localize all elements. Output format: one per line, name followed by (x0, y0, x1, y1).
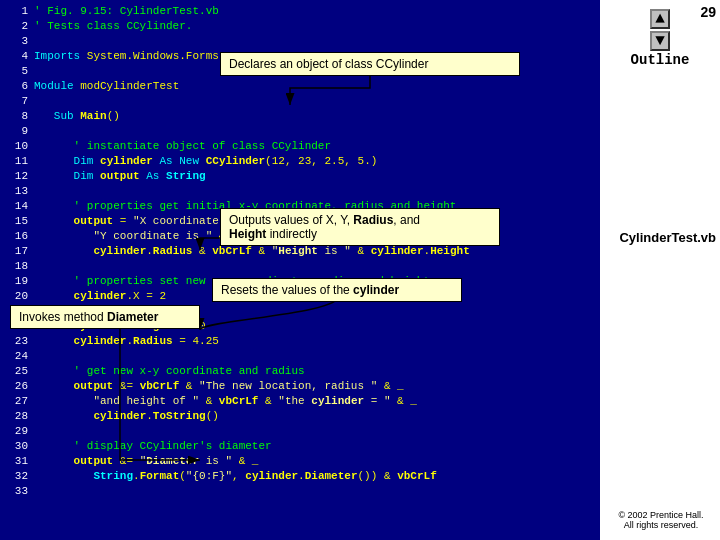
code-line: 13 (8, 184, 592, 199)
file-label: CylinderTest.vb (606, 230, 716, 245)
code-line: 28 cylinder.ToString() (8, 409, 592, 424)
code-line: 33 (8, 484, 592, 499)
code-line: 30 ' display CCylinder's diameter (8, 439, 592, 454)
right-panel: ▲ ▼ Outline (600, 0, 720, 540)
callout-invokes: Invokes method Diameter (10, 305, 200, 329)
code-line: 29 (8, 424, 592, 439)
code-line: 23 cylinder.Radius = 4.25 (8, 334, 592, 349)
code-panel: 1' Fig. 9.15: CylinderTest.vb2' Tests cl… (0, 0, 600, 540)
code-line: 25 ' get new x-y coordinate and radius (8, 364, 592, 379)
code-line: 17 cylinder.Radius & vbCrLf & "Height is… (8, 244, 592, 259)
outline-button[interactable]: Outline (631, 52, 690, 68)
callout-declares: Declares an object of class CCylinder (220, 52, 520, 76)
copyright-text: © 2002 Prentice Hall.All rights reserved… (606, 510, 716, 530)
callout-resets: Resets the values of the cylinder (212, 278, 462, 302)
code-line: 9 (8, 124, 592, 139)
code-line: 8 Sub Main() (8, 109, 592, 124)
nav-up-button[interactable]: ▲ (650, 9, 670, 29)
code-line: 2' Tests class CCylinder. (8, 19, 592, 34)
nav-down-button[interactable]: ▼ (650, 31, 670, 51)
code-line: 18 (8, 259, 592, 274)
page-number: 29 (700, 4, 716, 20)
code-line: 24 (8, 349, 592, 364)
code-line: 7 (8, 94, 592, 109)
code-line: 3 (8, 34, 592, 49)
code-line: 1' Fig. 9.15: CylinderTest.vb (8, 4, 592, 19)
code-line: 32 String.Format("{0:F}", cylinder.Diame… (8, 469, 592, 484)
code-line: 10 ' instantiate object of class CCylind… (8, 139, 592, 154)
code-line: 11 Dim cylinder As New CCylinder(12, 23,… (8, 154, 592, 169)
code-line: 26 output &= vbCrLf & "The new location,… (8, 379, 592, 394)
code-line: 6Module modCylinderTest (8, 79, 592, 94)
code-line: 27 "and height of " & vbCrLf & "the cyli… (8, 394, 592, 409)
code-line: 31 output &= "Diameter is " & _ (8, 454, 592, 469)
callout-outputs: Outputs values of X, Y, Radius, andHeigh… (220, 208, 500, 246)
code-line: 12 Dim output As String (8, 169, 592, 184)
